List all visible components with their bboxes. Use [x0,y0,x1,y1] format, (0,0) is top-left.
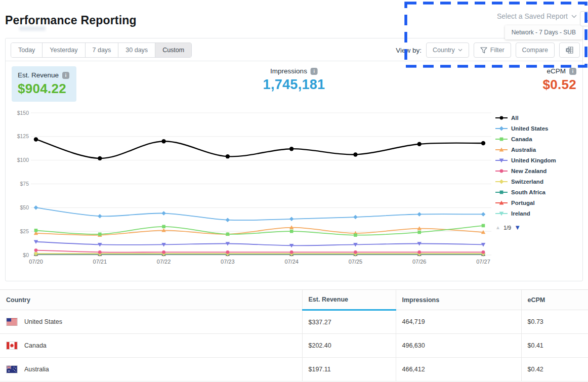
compare-label: Compare [522,47,548,54]
australia-flag-icon [6,365,18,373]
legend-label: New Zealand [511,168,547,174]
svg-text:$0: $0 [23,252,29,258]
svg-text:$75: $75 [20,181,29,187]
country-cell: Canada [6,342,296,350]
date-range-tab-30-days[interactable]: 30 days [118,43,155,57]
legend-item-canada[interactable]: Canada [495,134,582,144]
toolbar-right: View by: Country Filter Compare [396,43,580,58]
metric-ecpm-label: eCPM [547,67,566,75]
metric-ecpm: eCPM i $0.52 [542,66,576,93]
svg-text:$150: $150 [17,110,29,116]
info-icon[interactable]: i [569,68,576,75]
column-header-est-revenue[interactable]: Est. Revenue [302,290,396,310]
legend-page-down-icon[interactable]: ▼ [514,224,521,231]
more-button[interactable]: ... [580,11,588,26]
svg-text:07/22: 07/22 [157,259,171,265]
legend-item-australia[interactable]: Australia [495,144,582,155]
view-by-value: Country [433,47,455,54]
filter-label: Filter [490,47,505,54]
column-header-country[interactable]: Country [0,290,302,310]
performance-reporting-page: Performance Reporting TodayYesterday7 da… [0,0,588,382]
metric-impressions-label: Impressions [270,67,307,75]
page-title: Performance Reporting [5,14,137,27]
legend-marker-icon [495,200,508,206]
blurred-text [19,26,46,31]
impressions-cell: 464,719 [396,310,521,334]
legend-marker-icon [495,179,508,185]
table-row: United States$337.27464,719$0.73 [0,310,588,334]
legend-item-switzerland[interactable]: Switzerland [495,176,582,187]
country-cell: Australia [6,365,296,373]
chart-legend: AllUnited StatesCanadaAustraliaUnited Ki… [495,112,582,231]
info-icon[interactable]: i [62,72,69,79]
column-header-ecpm[interactable]: eCPM [521,290,588,310]
legend-label: Switzerland [511,179,543,185]
metric-est-revenue-label: Est. Revenue [18,71,59,79]
chevron-down-icon [458,49,463,52]
svg-text:$125: $125 [17,133,29,139]
canada-flag-icon [6,342,18,350]
legend-marker-icon [495,136,508,142]
est-revenue-cell: $337.27 [302,310,396,334]
country-breakdown-table: CountryEst. RevenueImpressionseCPM Unite… [0,289,588,381]
legend-label: Portugal [511,200,535,206]
excel-export-button[interactable] [559,43,580,58]
legend-label: All [511,115,519,121]
view-by-dropdown[interactable]: Country [426,43,469,58]
svg-text:$100: $100 [17,157,29,163]
svg-text:07/20: 07/20 [29,259,43,265]
impressions-cell: 466,412 [396,358,521,381]
legend-page-up-icon[interactable]: ▲ [495,225,500,230]
country-name: Australia [24,366,49,373]
legend-item-new-zealand[interactable]: New Zealand [495,165,582,176]
legend-marker-icon [495,125,508,132]
excel-export-icon [566,47,573,54]
svg-text:07/25: 07/25 [349,259,363,265]
legend-item-portugal[interactable]: Portugal [495,197,582,208]
legend-label: South Africa [511,189,545,195]
impressions-cell: 496,630 [396,334,521,358]
column-header-impressions[interactable]: Impressions [396,290,521,310]
country-name: United States [24,318,62,325]
filter-button[interactable]: Filter [474,43,511,58]
metric-ecpm-value: $0.52 [542,77,576,93]
svg-text:$25: $25 [20,228,29,234]
report-toolbar: TodayYesterday7 days30 daysCustom View b… [6,38,582,61]
svg-text:07/27: 07/27 [476,259,490,265]
metric-est-revenue-value: $904.22 [18,81,69,97]
revenue-line-chart: $0$25$50$75$100$125$15007/2007/2107/2207… [16,107,496,268]
date-range-tab-custom[interactable]: Custom [155,43,191,57]
compare-button[interactable]: Compare [516,43,555,58]
date-range-tabs: TodayYesterday7 days30 daysCustom [11,43,192,58]
table-row: Canada$202.40496,630$0.41 [0,334,588,358]
legend-item-all[interactable]: All [495,112,582,123]
legend-marker-icon [495,210,508,217]
table-row: Australia$197.11466,412$0.42 [0,358,588,381]
svg-text:07/24: 07/24 [284,259,299,265]
legend-marker-icon [495,168,508,174]
date-range-tab-today[interactable]: Today [11,43,43,57]
info-icon[interactable]: i [311,68,318,75]
legend-item-united-states[interactable]: United States [495,123,582,134]
svg-text:$50: $50 [20,204,29,210]
ecpm-cell: $0.41 [521,334,588,358]
est-revenue-cell: $197.11 [302,358,396,381]
legend-item-ireland[interactable]: Ireland [495,208,582,219]
legend-label: United States [511,125,549,132]
svg-text:07/26: 07/26 [412,259,427,265]
saved-report-menu-item[interactable]: Network - 7 Days - SUB [505,25,582,39]
legend-label: Canada [511,136,532,142]
saved-report-dropdown[interactable]: Select a Saved Report [497,12,577,20]
filter-funnel-icon [480,47,487,54]
legend-marker-icon [495,189,508,195]
date-range-tab-yesterday[interactable]: Yesterday [43,43,85,57]
legend-marker-icon [495,147,508,153]
ecpm-cell: $0.73 [521,310,588,334]
legend-pager: ▲ 1/9 ▼ [495,224,582,231]
metric-est-revenue: Est. Revenue i $904.22 [12,66,76,102]
date-range-tab-7-days[interactable]: 7 days [86,43,119,57]
legend-item-south-africa[interactable]: South Africa [495,187,582,197]
legend-marker-icon [495,115,508,121]
legend-item-united-kingdom[interactable]: United Kingdom [495,155,582,165]
legend-page-indicator: 1/9 [503,225,511,231]
